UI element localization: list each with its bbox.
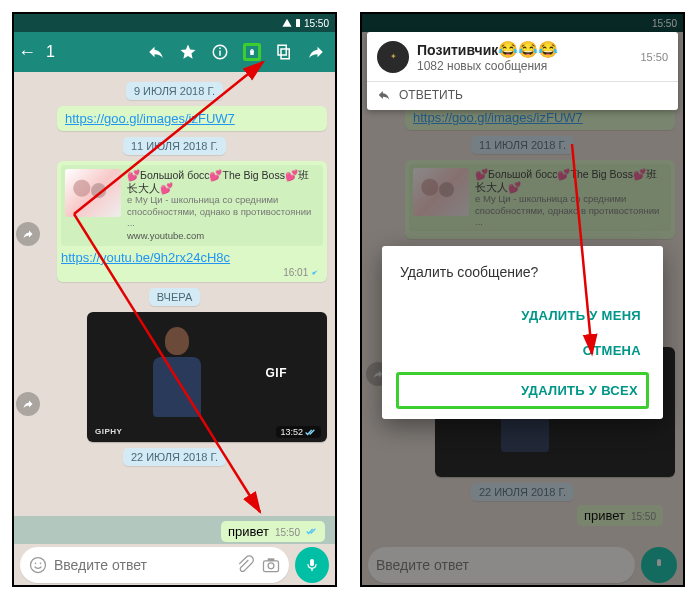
back-arrow-icon[interactable]: ← [18, 42, 36, 63]
notification-reply-button[interactable]: ОТВЕТИТЬ [377, 88, 668, 102]
mic-button[interactable] [295, 547, 329, 583]
message-youtube-preview[interactable]: 💕Большой босс💕The Big Boss💕班长大人💕 е Му Ци… [57, 161, 327, 282]
date-separator: ВЧЕРА [149, 288, 200, 306]
phone-right: 15:50 https://goo.gl/images/izFUW7 11 ИЮ… [360, 12, 685, 587]
notification-time: 15:50 [640, 51, 668, 63]
copy-icon[interactable] [275, 43, 293, 61]
selection-count: 1 [46, 43, 141, 61]
delete-icon[interactable] [243, 43, 261, 61]
attach-icon[interactable] [235, 555, 255, 575]
message-input[interactable] [54, 557, 229, 573]
selection-action-bar: ← 1 [14, 32, 335, 72]
input-bar [14, 544, 335, 586]
svg-rect-0 [296, 19, 300, 27]
phone-left: 15:50 ← 1 9 ИЮЛЯ 2018 Г. https://goo.gl/… [12, 12, 337, 587]
camera-icon[interactable] [261, 555, 281, 575]
svg-point-10 [268, 563, 274, 569]
notification-title: Позитивчик😂😂😂 [417, 40, 558, 59]
delete-for-me-button[interactable]: УДАЛИТЬ У МЕНЯ [400, 298, 645, 333]
gif-provider: GIPHY [95, 427, 122, 436]
selected-message-row[interactable]: привет 15:50 [14, 516, 335, 544]
emoji-icon[interactable] [28, 555, 48, 575]
date-separator: 22 ИЮЛЯ 2018 Г. [123, 448, 226, 466]
message-link[interactable]: https://goo.gl/images/izFUW7 [57, 106, 327, 131]
preview-title: 💕Большой босс💕The Big Boss💕班长大人💕 [127, 169, 319, 194]
message-time: 13:52 [276, 426, 321, 438]
date-separator: 11 ИЮЛЯ 2018 Г. [123, 137, 226, 155]
cancel-button[interactable]: ОТМЕНА [400, 333, 645, 368]
delete-for-everyone-button[interactable]: УДАЛИТЬ У ВСЕХ [396, 372, 649, 409]
reply-icon[interactable] [147, 43, 165, 61]
delete-dialog: Удалить сообщение? УДАЛИТЬ У МЕНЯ ОТМЕНА… [382, 246, 663, 419]
dialog-title: Удалить сообщение? [400, 264, 645, 280]
info-icon[interactable] [211, 43, 229, 61]
message-input-box[interactable] [20, 547, 289, 583]
message-gif[interactable]: GIF GIPHY 13:52 [87, 312, 327, 442]
notification-avatar: ✦ [377, 41, 409, 73]
notification-card[interactable]: ✦ Позитивчик😂😂😂 1082 новых сообщения 15:… [367, 32, 678, 110]
gif-badge: GIF [266, 366, 288, 380]
forward-share-icon[interactable] [16, 392, 40, 416]
status-bar: 15:50 [14, 14, 335, 32]
preview-site: www.youtube.com [127, 230, 319, 241]
svg-rect-4 [281, 49, 289, 59]
svg-rect-5 [278, 45, 286, 55]
star-icon[interactable] [179, 43, 197, 61]
svg-rect-2 [219, 51, 221, 56]
preview-thumbnail [65, 169, 121, 217]
svg-rect-11 [268, 558, 275, 561]
preview-url[interactable]: https://youtu.be/9h2rx24cH8c [61, 250, 230, 265]
message-text[interactable]: привет 15:50 [221, 521, 325, 542]
date-separator: 9 ИЮЛЯ 2018 Г. [126, 82, 223, 100]
preview-description: е Му Ци - школьница со средними способно… [127, 194, 319, 228]
svg-rect-3 [219, 48, 221, 50]
svg-point-6 [31, 558, 46, 573]
forward-icon[interactable] [307, 43, 325, 61]
svg-point-8 [40, 563, 42, 565]
forward-share-icon[interactable] [16, 222, 40, 246]
svg-point-7 [35, 563, 37, 565]
notification-subtitle: 1082 новых сообщения [417, 59, 558, 73]
chat-area-left: 9 ИЮЛЯ 2018 Г. https://goo.gl/images/izF… [14, 72, 335, 544]
